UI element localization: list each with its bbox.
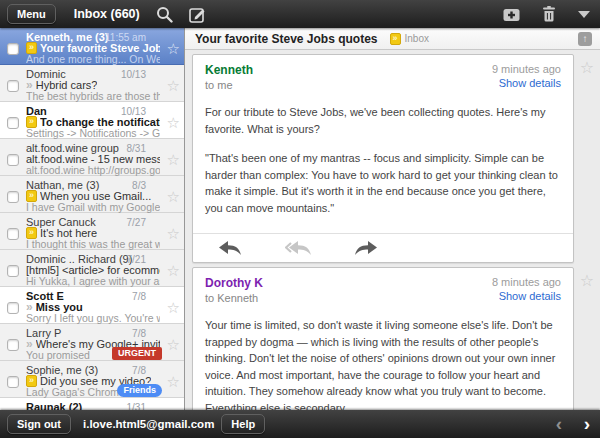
star-icon[interactable]: ☆: [167, 77, 180, 95]
message-time: 9 minutes ago: [492, 63, 561, 75]
list-item-snippet: I thought this was the great white ...: [26, 238, 160, 250]
reply-icon[interactable]: [219, 241, 241, 255]
list-item[interactable]: alt.food.wine group 8/31 alt.food.wine -…: [0, 139, 184, 176]
more-actions-caret-icon[interactable]: [578, 11, 590, 18]
folder-name: Inbox: [405, 33, 429, 44]
inbox-list: Kenneth, me (3) 11:55 am » Your favorite…: [0, 28, 184, 410]
reply-all-icon[interactable]: [285, 241, 311, 255]
list-item[interactable]: Nathan, me (3) 8/3 » When you use Gmail.…: [0, 176, 184, 213]
message-actions: [193, 233, 573, 262]
list-item[interactable]: Scott E 7/8 » Miss you Sorry I left you …: [0, 287, 184, 324]
list-item-snippet: The best hybrids are those that dr...: [26, 90, 160, 102]
list-item-label: Friends: [117, 384, 162, 397]
star-icon[interactable]: ☆: [167, 299, 180, 317]
list-item[interactable]: Larry P 7/8 » Where's my Google+ invite?…: [0, 324, 184, 361]
help-button[interactable]: Help: [221, 414, 265, 434]
list-item-snippet: And one more thing... On Wed, O...: [26, 53, 160, 65]
list-item-sender: Raunak (2): [26, 401, 134, 410]
list-item[interactable]: Kenneth, me (3) 11:55 am » Your favorite…: [0, 28, 184, 65]
forward-icon[interactable]: [355, 241, 377, 255]
show-details-link[interactable]: Show details: [492, 290, 561, 302]
list-item[interactable]: Super Canuck 7/27 » It's hot here I thou…: [0, 213, 184, 250]
next-conversation-icon[interactable]: ›: [584, 411, 590, 437]
search-icon[interactable]: [156, 6, 173, 23]
importance-marker-icon[interactable]: »: [26, 80, 33, 90]
sign-out-button[interactable]: Sign out: [7, 414, 71, 434]
list-item-label: URGENT: [112, 347, 162, 360]
inbox-title: Inbox (660): [74, 7, 140, 21]
list-item-snippet: Settings -> Notifications -> Gmail l...: [26, 127, 160, 139]
list-item[interactable]: Dominic .. Richard (9) 7/21 [html5] <art…: [0, 250, 184, 287]
list-item-snippet: Sorry I left you guys. You're way ...: [26, 312, 160, 324]
account-email: i.love.html5@gmail.com: [83, 418, 214, 430]
message-header[interactable]: Kenneth to me 9 minutes ago Show details…: [193, 55, 573, 96]
checkbox[interactable]: [7, 302, 19, 314]
checkbox[interactable]: [7, 265, 19, 277]
checkbox[interactable]: [7, 117, 19, 129]
list-item[interactable]: Dan 10/13 » To change the notificatio...…: [0, 102, 184, 139]
folder-badge: » Inbox: [390, 33, 429, 45]
star-icon[interactable]: ☆: [167, 262, 180, 280]
checkbox[interactable]: [7, 339, 19, 351]
top-toolbar: Menu Inbox (660): [0, 0, 600, 28]
bottom-toolbar: Sign out i.love.html5@gmail.com Help ‹ ›: [0, 410, 600, 438]
checkbox[interactable]: [7, 376, 19, 388]
checkbox[interactable]: [7, 80, 19, 92]
thread-panel: Your favorite Steve Jobs quotes » Inbox …: [185, 28, 600, 410]
star-icon[interactable]: ☆: [167, 373, 180, 391]
star-icon[interactable]: ☆: [167, 225, 180, 243]
importance-marker-icon[interactable]: »: [26, 339, 33, 349]
checkbox[interactable]: [7, 191, 19, 203]
show-details-link[interactable]: Show details: [492, 77, 561, 89]
list-item[interactable]: Dominic 10/13 » Hybrid cars? The best hy…: [0, 65, 184, 102]
collapse-all-icon[interactable]: ↑: [578, 32, 592, 46]
checkbox[interactable]: [7, 43, 19, 55]
message-body: Your time is limited, so don't waste it …: [193, 309, 573, 410]
list-item-snippet: alt.food.wine http://groups.google....: [26, 164, 160, 176]
important-marker-icon: »: [390, 33, 401, 45]
star-icon[interactable]: ☆: [167, 188, 180, 206]
star-icon[interactable]: ☆: [167, 336, 180, 354]
thread-subject: Your favorite Steve Jobs quotes: [195, 32, 378, 46]
list-item[interactable]: Sophie, me (3) 7/8 » Did you see my vide…: [0, 361, 184, 398]
prev-conversation-icon[interactable]: ‹: [556, 411, 562, 437]
star-icon[interactable]: ☆: [580, 58, 594, 77]
star-icon[interactable]: ☆: [167, 40, 180, 58]
archive-icon[interactable]: [503, 7, 520, 22]
star-icon[interactable]: ☆: [167, 114, 180, 132]
star-icon[interactable]: ☆: [580, 271, 594, 290]
inbox-list-panel: Kenneth, me (3) 11:55 am » Your favorite…: [0, 28, 185, 410]
menu-button[interactable]: Menu: [7, 4, 56, 24]
thread-toolbar-icons: [503, 6, 590, 22]
message-time: 8 minutes ago: [492, 276, 561, 288]
star-icon[interactable]: ☆: [167, 151, 180, 169]
checkbox[interactable]: [7, 228, 19, 240]
message-card: Kenneth to me 9 minutes ago Show details…: [192, 54, 574, 263]
checkbox[interactable]: [7, 154, 19, 166]
list-item[interactable]: Raunak (2) 1/31 ☆: [0, 398, 184, 410]
message-body: For our tribute to Steve Jobs, we've bee…: [193, 96, 573, 233]
message-card: Dorothy K to Kenneth 8 minutes ago Show …: [192, 267, 574, 410]
list-item-date: 1/31: [127, 402, 146, 410]
trash-icon[interactable]: [542, 6, 556, 22]
importance-marker-icon[interactable]: »: [26, 302, 33, 312]
message-header[interactable]: Dorothy K to Kenneth 8 minutes ago Show …: [193, 268, 573, 309]
gmail-app: Menu Inbox (660) Kenneth, me (3) 11:55 a…: [0, 0, 600, 438]
message-thread: Kenneth to me 9 minutes ago Show details…: [185, 50, 600, 410]
list-item-snippet: I have Gmail with my Google App...: [26, 201, 160, 213]
thread-subject-bar: Your favorite Steve Jobs quotes » Inbox …: [185, 28, 600, 50]
compose-icon[interactable]: [189, 6, 206, 23]
list-item-snippet: Hi Yukka, I agree with your asserti...: [26, 275, 160, 287]
